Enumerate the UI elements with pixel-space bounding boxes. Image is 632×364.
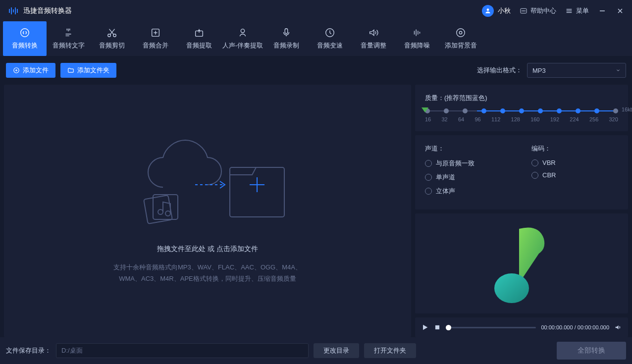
svg-point-44	[494, 273, 529, 303]
svg-point-25	[241, 29, 244, 33]
options-panel: 声道： 与原音频一致 单声道 立体声 编码： VBR CBR	[415, 135, 628, 209]
tab-audio-convert[interactable]: 音频转换	[3, 21, 47, 56]
footer: 文件保存目录： D:/桌面 更改目录 打开文件夹 全部转换	[0, 337, 632, 364]
music-note-icon	[492, 221, 551, 306]
svg-point-43	[165, 211, 170, 216]
svg-rect-45	[435, 325, 439, 329]
drop-text: 拖拽文件至此处 或 点击添加文件	[157, 245, 258, 254]
play-button[interactable]	[421, 323, 429, 331]
quality-label: 质量：(推荐范围蓝色)	[425, 94, 618, 103]
radio-encoding-vbr[interactable]: VBR	[531, 159, 618, 166]
svg-rect-1	[11, 7, 12, 14]
svg-rect-2	[13, 9, 14, 12]
format-label: 选择输出格式：	[477, 66, 522, 75]
tab-audio-record[interactable]: 音频录制	[264, 21, 308, 56]
svg-point-32	[457, 29, 465, 37]
tab-add-bgm[interactable]: 添加背景音	[439, 21, 482, 56]
toolbar: 音频转换 音频转文字 音频剪切 音频合并 音频提取 人声-伴奏提取 音频录制 音…	[0, 21, 632, 56]
svg-rect-26	[285, 29, 288, 34]
noise-icon	[412, 27, 422, 38]
logo-icon	[7, 5, 19, 17]
tab-audio-to-text[interactable]: 音频转文字	[47, 21, 90, 56]
merge-icon	[150, 27, 161, 38]
svg-point-5	[487, 8, 489, 11]
minimize-button[interactable]	[598, 6, 607, 15]
tab-volume-adjust[interactable]: 音量调整	[352, 21, 395, 56]
svg-rect-41	[153, 195, 178, 219]
add-folder-button[interactable]: 添加文件夹	[60, 63, 116, 78]
volume-icon	[368, 27, 379, 38]
app-title: 迅捷音频转换器	[23, 6, 72, 15]
tab-noise-reduce[interactable]: 音频降噪	[395, 21, 439, 56]
change-dir-button[interactable]: 更改目录	[314, 343, 359, 358]
help-button[interactable]: 帮助中心	[520, 6, 556, 15]
svg-point-7	[522, 10, 523, 11]
tab-audio-extract[interactable]: 音频提取	[177, 21, 221, 56]
player-bar: 00:00:00.000 / 00:00:00.000	[415, 317, 628, 337]
titlebar: 迅捷音频转换器 小秋 帮助中心 菜单	[0, 0, 632, 21]
save-dir-label: 文件保存目录：	[6, 346, 51, 355]
scissors-icon	[106, 27, 117, 38]
chevron-down-icon	[616, 68, 621, 73]
volume-button[interactable]	[614, 323, 622, 331]
channel-title: 声道：	[425, 144, 512, 153]
open-folder-button[interactable]: 打开文件夹	[364, 343, 416, 358]
user-name: 小秋	[498, 6, 511, 15]
svg-point-33	[459, 31, 462, 34]
quality-panel: 质量：(推荐范围蓝色) 16kbit/s 163264 96112128 160…	[415, 85, 628, 131]
radio-channel-same[interactable]: 与原音频一致	[425, 159, 512, 168]
tab-audio-speed[interactable]: 音频变速	[308, 21, 352, 56]
svg-point-8	[523, 10, 524, 11]
slider-labels: 163264 96112128 160192224 256320	[425, 116, 618, 122]
menu-button[interactable]: 菜单	[565, 6, 589, 15]
svg-rect-0	[9, 9, 10, 13]
close-button[interactable]	[616, 6, 625, 15]
convert-icon	[19, 27, 30, 38]
speed-icon	[324, 27, 335, 38]
save-path-input[interactable]: D:/桌面	[56, 343, 309, 358]
quality-slider[interactable]: 16kbit/s	[425, 110, 618, 111]
bgm-icon	[455, 27, 466, 38]
drop-hint: 支持十余种音频格式向MP3、WAV、FLAC、AAC、OGG、M4A、 WMA、…	[113, 261, 302, 285]
svg-point-42	[158, 209, 163, 214]
encoding-title: 编码：	[531, 144, 618, 153]
slider-marker-icon	[421, 107, 428, 112]
tab-audio-merge[interactable]: 音频合并	[134, 21, 177, 56]
preview-panel	[415, 213, 628, 313]
drop-zone[interactable]: 拖拽文件至此处 或 点击添加文件 支持十余种音频格式向MP3、WAV、FLAC、…	[4, 85, 411, 337]
text-icon	[63, 27, 74, 38]
radio-encoding-cbr[interactable]: CBR	[531, 171, 618, 179]
stop-button[interactable]	[434, 324, 441, 331]
radio-channel-stereo[interactable]: 立体声	[425, 187, 512, 196]
svg-rect-3	[15, 7, 16, 14]
svg-line-19	[110, 29, 114, 35]
avatar-icon	[482, 5, 494, 17]
extract-icon	[194, 27, 205, 38]
tab-vocal-separate[interactable]: 人声-伴奏提取	[221, 21, 264, 56]
svg-line-20	[109, 29, 114, 35]
radio-channel-mono[interactable]: 单声道	[425, 173, 512, 182]
svg-point-16	[21, 29, 29, 37]
mic-icon	[281, 27, 292, 38]
action-bar: 添加文件 添加文件夹 选择输出格式： MP3	[0, 56, 632, 85]
user-profile[interactable]: 小秋	[482, 5, 511, 17]
svg-rect-4	[17, 9, 18, 13]
tab-audio-cut[interactable]: 音频剪切	[90, 21, 134, 56]
convert-all-button[interactable]: 全部转换	[557, 342, 626, 360]
format-select[interactable]: MP3	[527, 63, 626, 78]
vocal-icon	[237, 27, 248, 38]
app-logo: 迅捷音频转换器	[7, 5, 72, 17]
svg-point-9	[525, 10, 525, 11]
time-display: 00:00:00.000 / 00:00:00.000	[541, 324, 609, 330]
progress-bar[interactable]	[446, 327, 536, 328]
drop-illustration	[123, 138, 292, 237]
add-file-button[interactable]: 添加文件	[6, 63, 55, 78]
